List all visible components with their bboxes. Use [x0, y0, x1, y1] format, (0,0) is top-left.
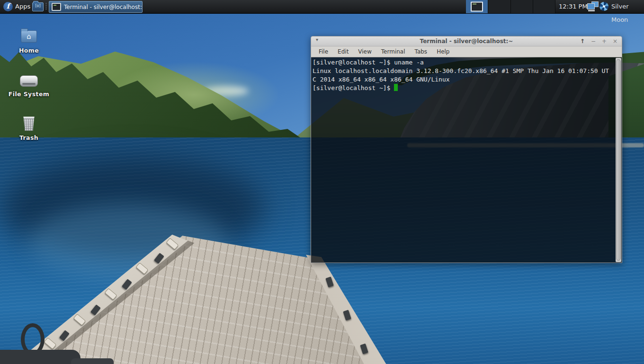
username-label[interactable]: Silver Moon: [611, 0, 644, 27]
top-panel: f Apps Terminal - silver@localhost:~ 12:…: [0, 0, 644, 14]
terminal-line: C 2014 x86_64 x86_64 x86_64 GNU/Linux: [313, 75, 614, 84]
user-switcher-icon[interactable]: [599, 2, 608, 11]
terminal-cursor: [394, 84, 398, 91]
monitor-front: [587, 3, 595, 9]
workspace-pager: [466, 0, 555, 13]
minimize-button[interactable]: −: [590, 36, 596, 46]
scrollbar-thumb[interactable]: [616, 59, 621, 261]
workspace-1[interactable]: [466, 0, 488, 13]
workspace-2[interactable]: [488, 0, 510, 13]
taskbar-button-terminal[interactable]: Terminal - silver@localhost:~: [49, 1, 143, 13]
desktop-icon-label: File System: [8, 91, 50, 98]
hard-drive-icon: [20, 75, 38, 87]
trash-icon: [23, 117, 35, 131]
maximize-button[interactable]: +: [601, 36, 607, 46]
panel-separator: [45, 3, 47, 10]
terminal-content[interactable]: [silver@localhost ~]$ uname -a Linux loc…: [311, 57, 622, 263]
terminal-prompt-line: [silver@localhost ~]$: [313, 84, 614, 92]
mini-window-icon: [471, 2, 483, 12]
workspace-4[interactable]: [533, 0, 555, 13]
clock[interactable]: 12:31 PM: [559, 0, 588, 13]
menu-help[interactable]: Help: [432, 46, 454, 57]
fedora-logo-icon[interactable]: f: [3, 2, 13, 11]
desktop-icon-trash[interactable]: Trash: [8, 115, 50, 141]
stick-button[interactable]: ↑: [580, 36, 585, 46]
file-manager-icon[interactable]: [32, 2, 44, 11]
desktop-icon-label: Trash: [8, 134, 50, 141]
terminal-line: Linux localhost.localdomain 3.12.8-300.f…: [313, 67, 614, 75]
desktop-icon-home[interactable]: ⌂ Home: [8, 27, 50, 54]
workspace-3[interactable]: [511, 0, 533, 13]
terminal-icon: [52, 3, 61, 11]
menu-terminal[interactable]: Terminal: [376, 46, 410, 57]
menu-tabs[interactable]: Tabs: [410, 46, 432, 57]
mooring-hardware: [71, 358, 114, 364]
terminal-window: ▾ Terminal - silver@localhost:~ ↑ − + × …: [311, 36, 622, 263]
menu-file[interactable]: File: [314, 46, 333, 57]
display-settings-icon[interactable]: [587, 1, 599, 11]
desktop-icon-file-system[interactable]: File System: [8, 71, 50, 98]
close-button[interactable]: ×: [612, 36, 618, 46]
mooring-hardware: [0, 350, 80, 364]
menu-edit[interactable]: Edit: [333, 46, 353, 57]
menu-view[interactable]: View: [353, 46, 376, 57]
terminal-line: [silver@localhost ~]$ uname -a: [313, 58, 614, 67]
terminal-scrollbar[interactable]: [616, 58, 621, 262]
keyboard: [588, 10, 595, 11]
window-controls: ↑ − + ×: [580, 36, 618, 46]
desktop: ⌂ Home File System Trash ▾ Terminal - si…: [0, 0, 644, 364]
window-titlebar[interactable]: ▾ Terminal - silver@localhost:~ ↑ − + ×: [311, 36, 622, 46]
taskbar-button-label: Terminal - silver@localhost:~: [64, 4, 142, 10]
home-folder-icon: ⌂: [21, 30, 37, 43]
apps-menu-button[interactable]: Apps: [15, 0, 30, 13]
desktop-icon-label: Home: [8, 47, 50, 54]
window-title: Terminal - silver@localhost:~: [311, 38, 622, 45]
terminal-menubar: File Edit View Terminal Tabs Help: [311, 46, 622, 57]
